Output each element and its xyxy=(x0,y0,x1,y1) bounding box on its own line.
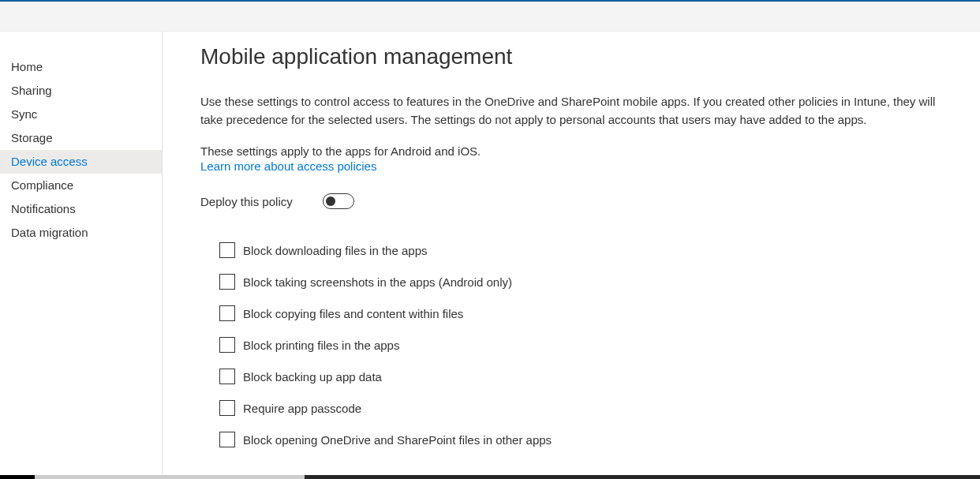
policy-checkbox-list: Block downloading files in the apps Bloc… xyxy=(200,242,942,447)
page-title: Mobile application management xyxy=(200,44,942,69)
checkbox-block-opening[interactable] xyxy=(219,432,235,447)
sidebar-item-storage[interactable]: Storage xyxy=(0,126,162,150)
sidebar-nav: Home Sharing Sync Storage Device access … xyxy=(0,32,163,479)
checkbox-row-block-downloading: Block downloading files in the apps xyxy=(219,242,942,258)
bottom-bar-segment xyxy=(0,475,35,479)
checkbox-label: Require app passcode xyxy=(243,402,361,415)
ribbon-bar xyxy=(0,2,980,32)
checkbox-label: Block backing up app data xyxy=(243,370,382,384)
sidebar-item-device-access[interactable]: Device access xyxy=(0,150,162,174)
page-description: Use these settings to control access to … xyxy=(200,93,942,129)
checkbox-row-block-backing-up: Block backing up app data xyxy=(219,369,942,384)
checkbox-row-block-printing: Block printing files in the apps xyxy=(219,337,942,353)
checkbox-row-block-copying: Block copying files and content within f… xyxy=(219,305,942,321)
deploy-policy-label: Deploy this policy xyxy=(200,195,293,208)
checkbox-label: Block printing files in the apps xyxy=(243,339,399,352)
deploy-policy-row: Deploy this policy xyxy=(200,193,942,209)
bottom-bar-segment xyxy=(305,475,980,479)
sidebar-item-compliance[interactable]: Compliance xyxy=(0,174,162,197)
sidebar-item-sharing[interactable]: Sharing xyxy=(0,79,162,103)
checkbox-label: Block taking screenshots in the apps (An… xyxy=(243,275,512,289)
bottom-bar-segment xyxy=(35,475,305,479)
deploy-policy-toggle[interactable] xyxy=(323,193,354,209)
checkbox-row-block-opening: Block opening OneDrive and SharePoint fi… xyxy=(219,432,942,447)
learn-more-link[interactable]: Learn more about access policies xyxy=(200,159,376,173)
sidebar-item-data-migration[interactable]: Data migration xyxy=(0,221,162,245)
sidebar-item-home[interactable]: Home xyxy=(0,55,162,79)
checkbox-row-block-screenshots: Block taking screenshots in the apps (An… xyxy=(219,274,942,290)
toggle-knob xyxy=(326,196,335,206)
main-content: Mobile application management Use these … xyxy=(163,32,980,479)
checkbox-require-passcode[interactable] xyxy=(219,400,235,416)
bottom-status-bar xyxy=(0,475,980,479)
checkbox-label: Block copying files and content within f… xyxy=(243,307,463,320)
checkbox-block-backing-up[interactable] xyxy=(219,369,235,384)
checkbox-block-screenshots[interactable] xyxy=(219,274,235,290)
checkbox-block-downloading[interactable] xyxy=(219,242,235,258)
checkbox-block-copying[interactable] xyxy=(219,305,235,321)
sidebar-item-notifications[interactable]: Notifications xyxy=(0,197,162,221)
checkbox-row-require-passcode: Require app passcode xyxy=(219,400,942,416)
checkbox-block-printing[interactable] xyxy=(219,337,235,353)
checkbox-label: Block downloading files in the apps xyxy=(243,244,427,257)
sidebar-item-sync[interactable]: Sync xyxy=(0,103,162,126)
checkbox-label: Block opening OneDrive and SharePoint fi… xyxy=(243,433,552,447)
settings-apply-text: These settings apply to the apps for And… xyxy=(200,143,942,159)
